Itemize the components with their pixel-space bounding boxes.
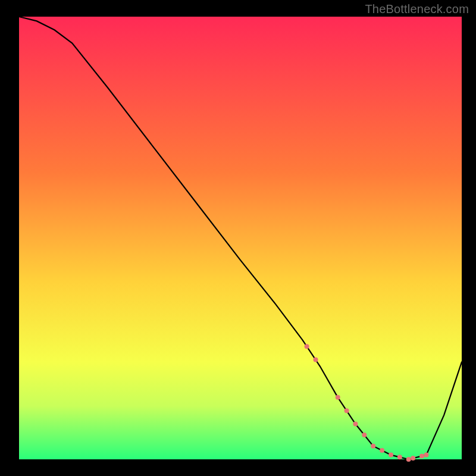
highlight-dot (345, 408, 349, 413)
highlight-dot (419, 453, 424, 458)
highlight-dot (389, 453, 393, 458)
bottleneck-chart (0, 0, 476, 476)
highlight-dot (397, 455, 402, 459)
highlight-dot (411, 456, 415, 461)
highlight-dot (380, 448, 384, 453)
highlight-dot (362, 433, 367, 437)
plot-area (19, 17, 462, 459)
highlight-dot (424, 453, 429, 458)
chart-stage: TheBottleneck.com (0, 0, 476, 476)
highlight-dot (371, 444, 375, 449)
highlight-dot (305, 344, 309, 349)
highlight-dot (353, 422, 358, 427)
highlight-dot (336, 395, 340, 400)
highlight-dot (406, 457, 411, 462)
highlight-dot (314, 358, 318, 362)
